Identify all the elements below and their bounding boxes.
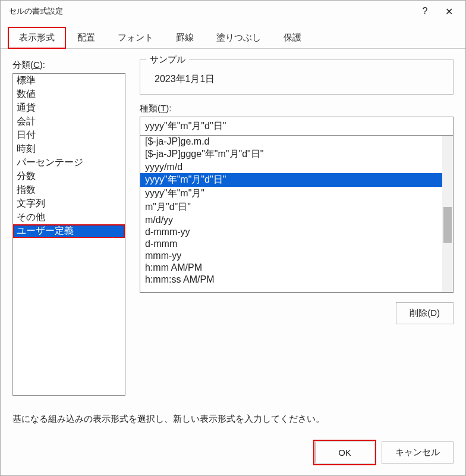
upper-area: 分類(C): 標準数値通貨会計日付時刻パーセンテージ分数指数文字列その他ユーザー… xyxy=(12,60,454,396)
tab-5[interactable]: 保護 xyxy=(272,27,313,48)
category-label-prefix: 分類( xyxy=(12,60,33,70)
category-item-0[interactable]: 標準 xyxy=(13,74,125,87)
category-item-10[interactable]: その他 xyxy=(13,211,125,224)
category-item-3[interactable]: 会計 xyxy=(13,115,125,129)
type-label: 種類(T): xyxy=(140,103,454,114)
category-item-9[interactable]: 文字列 xyxy=(13,197,125,211)
titlebar: セルの書式設定 ? ✕ xyxy=(1,1,465,22)
category-item-11[interactable]: ユーザー定義 xyxy=(13,224,125,238)
sample-value: 2023年1月1日 xyxy=(149,73,445,86)
category-listbox[interactable]: 標準数値通貨会計日付時刻パーセンテージ分数指数文字列その他ユーザー定義 xyxy=(12,73,125,396)
cancel-button[interactable]: キャンセル xyxy=(382,441,454,464)
type-item-0[interactable]: [$-ja-JP]ge.m.d xyxy=(140,136,442,148)
category-label: 分類(C): xyxy=(12,60,125,71)
category-item-1[interactable]: 数値 xyxy=(13,87,125,101)
category-item-2[interactable]: 通貨 xyxy=(13,101,125,115)
type-item-8[interactable]: d-mmm xyxy=(140,238,442,250)
type-label-suffix: ): xyxy=(166,103,171,113)
dialog-footer: OK キャンセル xyxy=(1,432,465,475)
type-item-11[interactable]: h:mm:ss AM/PM xyxy=(140,274,442,286)
tab-strip: 表示形式配置フォント罫線塗りつぶし保護 xyxy=(1,27,465,49)
hint-text: 基になる組み込みの表示形式を選択し、新しい表示形式を入力してください。 xyxy=(12,414,454,425)
type-item-2[interactable]: yyyy/m/d xyxy=(140,161,442,173)
tab-1[interactable]: 配置 xyxy=(66,27,106,48)
type-item-7[interactable]: d-mmm-yy xyxy=(140,226,442,238)
format-cells-dialog: セルの書式設定 ? ✕ 表示形式配置フォント罫線塗りつぶし保護 分類(C): 標… xyxy=(0,0,466,476)
type-label-hotkey: T xyxy=(160,103,166,113)
category-item-7[interactable]: 分数 xyxy=(13,170,125,183)
category-label-suffix: ): xyxy=(40,60,45,70)
delete-button[interactable]: 削除(D) xyxy=(396,302,454,324)
sample-legend: サンプル xyxy=(146,54,189,65)
type-item-5[interactable]: m"月"d"日" xyxy=(140,201,442,214)
tab-0[interactable]: 表示形式 xyxy=(8,27,66,49)
category-label-hotkey: C xyxy=(33,60,40,70)
help-icon[interactable]: ? xyxy=(413,6,437,17)
type-list-wrap: [$-ja-JP]ge.m.d[$-ja-JP]ggge"年"m"月"d"日"y… xyxy=(140,136,454,293)
tab-3[interactable]: 罫線 xyxy=(165,27,205,48)
category-item-8[interactable]: 指数 xyxy=(13,183,125,197)
dialog-title: セルの書式設定 xyxy=(9,6,413,17)
type-item-4[interactable]: yyyy"年"m"月" xyxy=(140,187,442,201)
dialog-body: 分類(C): 標準数値通貨会計日付時刻パーセンテージ分数指数文字列その他ユーザー… xyxy=(1,49,465,432)
tab-4[interactable]: 塗りつぶし xyxy=(205,27,272,48)
type-list-scrollbar[interactable] xyxy=(442,136,453,292)
tab-2[interactable]: フォント xyxy=(106,27,165,48)
close-icon[interactable]: ✕ xyxy=(437,6,461,17)
scrollbar-thumb[interactable] xyxy=(443,207,452,243)
category-item-6[interactable]: パーセンテージ xyxy=(13,156,125,170)
type-input[interactable] xyxy=(140,117,454,136)
type-item-1[interactable]: [$-ja-JP]ggge"年"m"月"d"日" xyxy=(140,148,442,161)
type-label-prefix: 種類( xyxy=(140,103,160,113)
delete-row: 削除(D) xyxy=(140,302,454,324)
type-item-10[interactable]: h:mm AM/PM xyxy=(140,262,442,274)
category-item-5[interactable]: 時刻 xyxy=(13,142,125,156)
type-item-6[interactable]: m/d/yy xyxy=(140,214,442,226)
category-column: 分類(C): 標準数値通貨会計日付時刻パーセンテージ分数指数文字列その他ユーザー… xyxy=(12,60,125,396)
category-item-4[interactable]: 日付 xyxy=(13,129,125,142)
type-item-3[interactable]: yyyy"年"m"月"d"日" xyxy=(140,173,442,187)
type-item-9[interactable]: mmm-yy xyxy=(140,250,442,262)
type-column: サンプル 2023年1月1日 種類(T): [$-ja-JP]ge.m.d[$-… xyxy=(140,60,454,396)
sample-box: サンプル 2023年1月1日 xyxy=(140,60,454,95)
ok-button[interactable]: OK xyxy=(315,441,374,464)
type-listbox[interactable]: [$-ja-JP]ge.m.d[$-ja-JP]ggge"年"m"月"d"日"y… xyxy=(140,136,442,292)
